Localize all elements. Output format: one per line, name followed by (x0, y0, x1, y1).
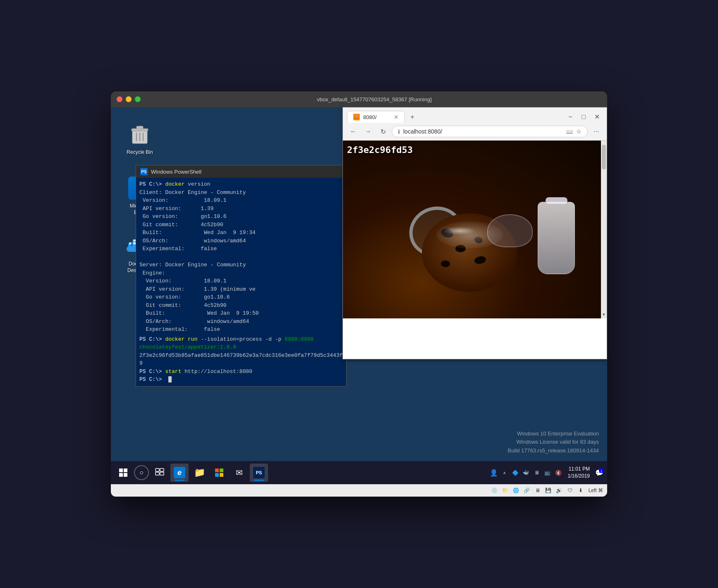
watermark-line1: Windows 10 Enterprise Evaluation (508, 430, 599, 438)
ps-line-s-os: OS/Arch: windows/amd64 (139, 318, 343, 326)
scrollbar-thumb[interactable] (602, 145, 606, 170)
ps-line-version: Version: 18.09.1 (139, 196, 343, 205)
svg-rect-26 (215, 473, 219, 477)
tray-whale-icon[interactable]: 🐳 (522, 468, 531, 477)
powershell-taskbar-button[interactable]: PS (250, 464, 268, 482)
ps-line-s-git: Git commit: 4c52b90 (139, 301, 343, 310)
host-display-icon[interactable]: 🖥 (533, 486, 542, 495)
svg-rect-27 (220, 473, 223, 477)
notification-button[interactable]: 💬 1 (595, 468, 604, 477)
tray-hd-icon[interactable]: 🔷 (511, 468, 520, 477)
maximize-button[interactable] (135, 96, 141, 102)
host-net-icon2[interactable]: 🔗 (522, 486, 531, 495)
powershell-window[interactable]: PS Windows PowerShell PS C:\> docker ver… (136, 165, 347, 387)
close-button[interactable] (117, 96, 122, 102)
folder-icon: 📁 (194, 467, 205, 478)
host-sound-icon[interactable]: 🔊 (555, 486, 564, 495)
watermark-line2: Windows License valid for 83 days (508, 438, 599, 447)
svg-rect-22 (156, 472, 159, 475)
browser-close-button[interactable]: ✕ (591, 111, 603, 123)
tab-label: 8080/ (363, 114, 377, 120)
mail-taskbar-button[interactable]: ✉ (230, 464, 248, 482)
cookie-photo (343, 141, 607, 318)
browser-scrollbar[interactable]: ▼ (601, 141, 607, 318)
browser-window[interactable]: 🍪 8080/ ✕ + − □ ✕ ← → ↻ ℹ (342, 107, 607, 359)
ps-line-s-exp: Experimental: false (139, 325, 343, 334)
ps-prompt: PS C:\> (139, 181, 165, 187)
start-button[interactable] (114, 464, 132, 482)
milk-jug (538, 202, 575, 274)
traffic-lights (117, 96, 141, 102)
ps-line-s-version: Version: 18.09.1 (139, 277, 343, 285)
ps-line-s-go: Go version: go1.10.6 (139, 293, 343, 301)
minimize-button[interactable] (126, 96, 132, 102)
browser-minimize-button[interactable]: − (565, 111, 576, 123)
store-taskbar-button[interactable] (210, 464, 228, 482)
notification-badge: 1 (599, 468, 604, 473)
forward-button[interactable]: → (362, 125, 374, 138)
ps-docker-run-line: PS C:\> docker run --isolation=process -… (139, 335, 343, 351)
glass-bowl (487, 214, 533, 247)
powershell-content[interactable]: PS C:\> docker version Client: Docker En… (136, 178, 346, 386)
taskbar: ○ e 📁 (111, 461, 607, 484)
tab-close-button[interactable]: ✕ (394, 114, 399, 120)
recycle-bin-icon[interactable]: Recycle Bin (123, 120, 156, 158)
ps-title: Windows PowerShell (151, 169, 201, 175)
host-folder-icon[interactable]: 📁 (501, 486, 510, 495)
explorer-taskbar-button[interactable]: 📁 (190, 464, 208, 482)
host-down-icon[interactable]: ⬇ (576, 486, 585, 495)
tray-chevron-icon[interactable]: ∧ (500, 468, 509, 477)
svg-rect-21 (160, 468, 164, 471)
browser-content-area: 2f3e2c96fd53 ▼ (343, 141, 607, 318)
new-tab-button[interactable]: + (407, 111, 418, 123)
svg-rect-23 (160, 472, 164, 475)
host-key-label: Left ⌘ (589, 488, 603, 493)
tray-display-icon[interactable]: 📺 (543, 468, 552, 477)
ps-line-git: Git commit: 4c52b90 (139, 221, 343, 229)
search-icon: ○ (139, 469, 144, 476)
mac-titlebar: vbox_default_1547707603254_58367 [Runnin… (111, 91, 607, 107)
task-view-button[interactable] (151, 464, 169, 482)
host-disk-icon[interactable]: 💿 (490, 486, 499, 495)
ps-line-s-api: API version: 1.39 (minimum ve (139, 285, 343, 294)
browser-actions: ··· (590, 125, 603, 138)
host-usb-icon[interactable]: 💾 (544, 486, 553, 495)
tray-people-icon[interactable]: 👤 (489, 468, 498, 477)
scroll-down-arrow[interactable]: ▼ (602, 312, 606, 317)
ps-line-api: API version: 1.39 (139, 205, 343, 213)
ps-active-indicator (254, 480, 264, 481)
refresh-button[interactable]: ↻ (377, 125, 389, 138)
browser-chrome: 🍪 8080/ ✕ + − □ ✕ ← → ↻ ℹ (343, 108, 607, 141)
powdered-sugar (443, 227, 476, 235)
system-tray: 👤 ∧ 🔷 🐳 🖥 📺 🔇 11:01 PM 1/16/2019 💬 1 (489, 466, 604, 480)
back-button[interactable]: ← (347, 125, 359, 138)
store-icon (214, 468, 224, 478)
ps-final-prompt: PS C:\> (139, 375, 343, 384)
browser-tab-active[interactable]: 🍪 8080/ ✕ (347, 111, 405, 123)
ps-line-1: PS C:\> docker version (139, 180, 343, 189)
host-shield-icon[interactable]: 🛡 (565, 486, 574, 495)
tray-volume-icon[interactable]: 🔇 (554, 468, 563, 477)
mac-window: vbox_default_1547707603254_58367 [Runnin… (111, 91, 607, 497)
host-bar-icons: 💿 📁 🌐 🔗 🖥 💾 🔊 🛡 ⬇ (490, 486, 585, 495)
tray-network-icon[interactable]: 🖥 (532, 468, 541, 477)
tab-favicon: 🍪 (353, 114, 360, 120)
recycle-bin-svg (129, 124, 151, 145)
browser-maximize-button[interactable]: □ (578, 111, 589, 123)
host-net-icon1[interactable]: 🌐 (512, 486, 521, 495)
ps-start-line: PS C:\> start http://localhost:8080 (139, 368, 343, 376)
bookmark-icon[interactable]: ☆ (576, 128, 582, 135)
task-view-icon (155, 468, 164, 477)
address-bar[interactable]: ℹ localhost:8080/ 📖 ☆ (392, 126, 588, 137)
more-button[interactable]: ··· (590, 125, 603, 138)
ps-version-arg: version (184, 181, 210, 187)
system-clock[interactable]: 11:01 PM 1/16/2019 (565, 466, 592, 480)
edge-taskbar-button[interactable]: e (170, 464, 189, 482)
search-button[interactable]: ○ (134, 465, 149, 480)
active-indicator (175, 480, 184, 481)
mail-icon: ✉ (236, 468, 243, 478)
clock-date: 1/16/2019 (568, 473, 590, 480)
svg-rect-14 (129, 242, 132, 244)
ps-line-go: Go version: go1.10.6 (139, 213, 343, 221)
edge-taskbar-icon: e (174, 467, 185, 478)
